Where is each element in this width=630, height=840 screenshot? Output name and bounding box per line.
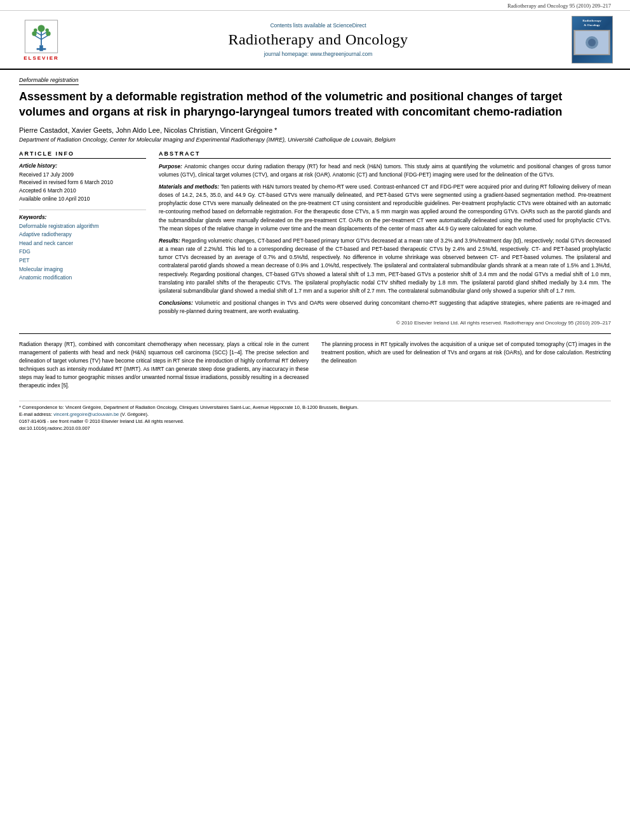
keywords-label: Keywords: — [19, 214, 146, 220]
svg-line-4 — [41, 35, 48, 39]
svg-point-9 — [46, 31, 50, 36]
keyword-3: Head and neck cancer — [19, 239, 146, 248]
svg-point-10 — [34, 28, 37, 31]
journal-title-center: Contents lists available at ScienceDirec… — [70, 16, 566, 63]
abstract-purpose: Purpose: Anatomic changes occur during r… — [159, 163, 611, 179]
svg-point-7 — [38, 25, 45, 32]
body-section: Radiation therapy (RT), combined with co… — [19, 340, 611, 394]
keyword-5: PET — [19, 257, 146, 265]
elsevier-tree-icon — [22, 19, 60, 54]
journal-header: ELSEVIER Contents lists available at Sci… — [0, 11, 630, 70]
results-label: Results: — [159, 237, 182, 244]
sciencedirect-line: Contents lists available at ScienceDirec… — [270, 22, 366, 29]
journal-homepage-url[interactable]: www.thegreenjournal.com — [310, 51, 372, 57]
abstract-header: ABSTRACT — [159, 150, 611, 159]
purpose-label: Purpose: — [159, 163, 184, 170]
received-date: Received 17 July 2009 — [19, 171, 146, 179]
purpose-text: Anatomic changes occur during radiation … — [159, 163, 611, 178]
abstract-conclusions: Conclusions: Volumetric and positional c… — [159, 299, 611, 316]
body-left-col: Radiation therapy (RT), combined with co… — [19, 340, 309, 394]
revised-date: Received in revised form 6 March 2010 — [19, 178, 146, 187]
footnote-copyright: 0167-8140/$ - see front matter © 2010 El… — [19, 418, 611, 425]
journal-homepage-line: journal homepage: www.thegreenjournal.co… — [264, 51, 373, 57]
svg-rect-1 — [37, 48, 46, 50]
keyword-6: Molecular imaging — [19, 265, 146, 274]
keyword-7: Anatomic modification — [19, 274, 146, 283]
methods-text: Ten patients with H&N tumors treated by … — [159, 183, 611, 232]
email-link[interactable]: vincent.gregoire@uclouvain.be — [53, 411, 119, 417]
keywords-block: Keywords: Deformable registration algori… — [19, 214, 146, 283]
authors: Pierre Castadot, Xavier Geets, John Aldo… — [19, 126, 611, 134]
article-title: Assessment by a deformable registration … — [19, 89, 611, 120]
article-info-column: ARTICLE INFO Article history: Received 1… — [19, 150, 146, 326]
body-right-para-1: The planning process in RT typically inv… — [321, 340, 611, 366]
body-left-para-1: Radiation therapy (RT), combined with co… — [19, 340, 309, 390]
footnote-email: E-mail address: vincent.gregoire@uclouva… — [19, 411, 611, 418]
cover-photo-icon — [575, 31, 608, 54]
abstract-column: ABSTRACT Purpose: Anatomic changes occur… — [159, 150, 611, 326]
article-section-label: Deformable registration — [19, 77, 79, 85]
footnote-correspondence: * Correspondence to: Vincent Grégoire, D… — [19, 404, 611, 411]
cover-title: Radiotherapy& Oncology — [582, 19, 601, 27]
journal-citation: Radiotherapy and Oncology 95 (2010) 209–… — [507, 3, 611, 9]
svg-point-15 — [588, 39, 596, 46]
svg-point-8 — [32, 31, 36, 36]
journal-name: Radiotherapy and Oncology — [228, 31, 408, 48]
journal-cover: Radiotherapy& Oncology — [566, 16, 617, 63]
methods-label: Materials and methods: — [159, 183, 220, 190]
conclusions-label: Conclusions: — [159, 300, 195, 306]
svg-point-11 — [45, 28, 49, 31]
online-date: Available online 10 April 2010 — [19, 195, 146, 203]
body-right-col: The planning process in RT typically inv… — [321, 340, 611, 394]
keyword-2: Adaptive radiotherapy — [19, 230, 146, 239]
footnote-section: * Correspondence to: Vincent Grégoire, D… — [19, 401, 611, 432]
article-history-label: Article history: — [19, 163, 146, 169]
article-info-header: ARTICLE INFO — [19, 150, 146, 159]
affiliation: Department of Radiation Oncology, Center… — [19, 137, 611, 143]
keyword-1: Deformable registration algorithm — [19, 222, 146, 231]
cover-thumbnail: Radiotherapy& Oncology — [572, 16, 613, 63]
cover-image — [573, 30, 610, 55]
conclusions-text: Volumetric and positional changes in TVs… — [159, 300, 611, 314]
footnote-doi: doi:10.1016/j.radonc.2010.03.007 — [19, 425, 611, 432]
svg-line-3 — [34, 35, 41, 39]
article-history-block: Article history: Received 17 July 2009 R… — [19, 163, 146, 203]
article-info-abstract-section: ARTICLE INFO Article history: Received 1… — [19, 150, 611, 326]
journal-meta-bar: Radiotherapy and Oncology 95 (2010) 209–… — [0, 0, 630, 11]
divider — [19, 210, 146, 210]
accepted-date: Accepted 6 March 2010 — [19, 187, 146, 195]
sciencedirect-link-text[interactable]: ScienceDirect — [333, 22, 366, 29]
abstract-copyright: © 2010 Elsevier Ireland Ltd. All rights … — [159, 320, 611, 326]
elsevier-logo: ELSEVIER — [13, 16, 70, 63]
results-text: Regarding volumetric changes, CT-based a… — [159, 237, 611, 294]
keyword-4: FDG — [19, 248, 146, 257]
body-divider — [19, 333, 611, 334]
abstract-results: Results: Regarding volumetric changes, C… — [159, 237, 611, 295]
article-wrapper: Deformable registration Assessment by a … — [0, 70, 630, 439]
abstract-methods: Materials and methods: Ten patients with… — [159, 183, 611, 233]
elsevier-label: ELSEVIER — [23, 55, 59, 61]
